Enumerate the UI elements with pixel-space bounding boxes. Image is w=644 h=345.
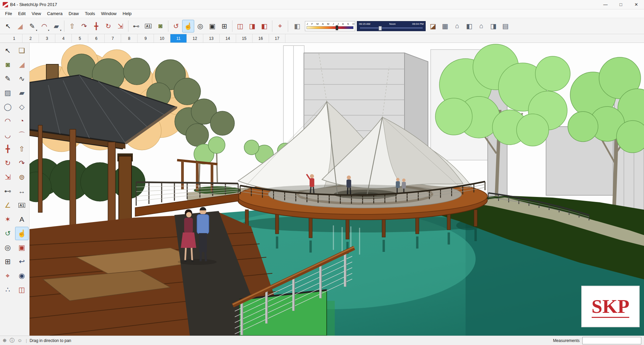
tape-measure-tool-button[interactable]: ⊷ xyxy=(1,185,14,198)
scene-tab-16[interactable]: 16 xyxy=(253,34,269,43)
pan-tool-button[interactable]: ☝ xyxy=(15,227,29,240)
scene-tab-4[interactable]: 4 xyxy=(55,34,72,43)
shadow-toggle-button[interactable]: ◧ xyxy=(291,20,303,32)
eraser-tool-button[interactable]: ◢ xyxy=(15,58,29,71)
move-tool-button[interactable]: ╋ xyxy=(90,20,102,32)
line-tool-button[interactable]: ✎▾ xyxy=(26,20,38,32)
scene-tab-3[interactable]: 3 xyxy=(39,34,55,43)
pan-tool-button[interactable]: ☝ xyxy=(182,20,194,32)
menu-camera[interactable]: Camera xyxy=(44,10,65,17)
close-button[interactable]: ✕ xyxy=(629,0,644,9)
scene-tab-15[interactable]: 15 xyxy=(236,34,253,43)
zoom-tool-button[interactable]: ◎ xyxy=(194,20,206,32)
text-tool-button[interactable]: A1 xyxy=(142,20,154,32)
look-around-tool-button[interactable]: ◉ xyxy=(15,269,29,282)
shadow-date-slider[interactable]: J F M A M J J A S O N D xyxy=(305,21,355,31)
follow-me-tool-button[interactable]: ↷ xyxy=(78,20,90,32)
rectangle-tool-button[interactable]: ▨ xyxy=(1,86,14,99)
scene-tab-6[interactable]: 6 xyxy=(88,34,105,43)
rotate-tool-button[interactable]: ↻ xyxy=(102,20,114,32)
top-view-button-button[interactable]: ▦ xyxy=(439,20,451,32)
offset-tool-button[interactable]: ⊚ xyxy=(15,170,29,184)
scene-tab-13[interactable]: 13 xyxy=(203,34,220,43)
scene-tab-14[interactable]: 14 xyxy=(220,34,236,43)
scale-tool-button[interactable]: ⇲ xyxy=(1,170,14,184)
arc-tool-button[interactable]: ◠▾ xyxy=(38,20,50,32)
front-view-button-button[interactable]: ⌂ xyxy=(451,20,463,32)
geolocation-icon[interactable]: ⊕ xyxy=(3,338,7,343)
measurements-input[interactable] xyxy=(582,337,641,344)
minimize-button[interactable]: — xyxy=(598,0,613,9)
select-tool-button[interactable]: ↖ xyxy=(1,44,14,57)
zoom-previous-tool-button[interactable]: ↩ xyxy=(15,255,29,268)
scene-tab-8[interactable]: 8 xyxy=(121,34,138,43)
eraser-tool-button[interactable]: ◢ xyxy=(14,20,26,32)
scene-tab-9[interactable]: 9 xyxy=(138,34,154,43)
orbit-tool-button[interactable]: ↺ xyxy=(1,227,14,240)
three-point-arc-tool-button[interactable]: ⌒ xyxy=(15,128,29,142)
protractor-tool-button[interactable]: ∠ xyxy=(1,199,14,212)
scene-tab-17[interactable]: 17 xyxy=(269,34,285,43)
scene-tab-10[interactable]: 10 xyxy=(154,34,170,43)
polygon-tool-button[interactable]: ◇ xyxy=(15,100,29,114)
scene-tab-1[interactable]: 1 xyxy=(6,34,22,43)
model-canvas[interactable]: SKP xyxy=(30,43,644,336)
walk-tool-button[interactable]: ∴ xyxy=(1,283,14,296)
bottom-view-button-button[interactable]: ▤ xyxy=(499,20,512,32)
left-view-button-button[interactable]: ◨ xyxy=(487,20,499,32)
scale-tool-button[interactable]: ⇲ xyxy=(114,20,126,32)
two-point-arc-tool-button[interactable]: ◡ xyxy=(1,128,14,142)
tape-measure-tool-button[interactable]: ⊷ xyxy=(130,20,142,32)
right-view-button-button[interactable]: ◧ xyxy=(463,20,475,32)
freehand-tool-button[interactable]: ∿ xyxy=(15,72,29,85)
zoom-window-tool-button[interactable]: ▣ xyxy=(15,241,29,254)
line-tool-button[interactable]: ✎ xyxy=(1,72,14,85)
rotate-tool-button[interactable]: ↻ xyxy=(1,156,14,170)
section-plane-tool-button[interactable]: ◫ xyxy=(15,283,29,296)
axes-tool-button[interactable]: ✶ xyxy=(1,213,14,226)
pie-tool-button[interactable]: ◔ xyxy=(15,114,29,128)
dimensions-tool-button[interactable]: ↔ xyxy=(15,185,29,198)
dropdown-caret-icon[interactable]: ▾ xyxy=(60,29,61,32)
position-camera-tool-button[interactable]: ⌖ xyxy=(1,269,14,282)
circle-tool-button[interactable]: ◯ xyxy=(1,100,14,114)
menu-edit[interactable]: Edit xyxy=(15,10,29,17)
menu-window[interactable]: Window xyxy=(98,10,119,17)
text-tool-button[interactable]: A1 xyxy=(15,199,29,212)
zoom-window-tool-button[interactable]: ▣ xyxy=(206,20,218,32)
zoom-tool-button[interactable]: ◎ xyxy=(1,241,14,254)
paint-bucket-tool-button[interactable]: ◙ xyxy=(1,58,14,71)
maximize-button[interactable]: □ xyxy=(613,0,629,9)
make-component-tool-button[interactable]: ❏ xyxy=(15,44,29,57)
scene-tab-2[interactable]: 2 xyxy=(22,34,39,43)
sign-in-icon[interactable]: ☺ xyxy=(17,338,22,343)
select-tool-button[interactable]: ↖ xyxy=(2,20,14,32)
zoom-extents-tool-button[interactable]: ⊞ xyxy=(1,255,14,268)
push-pull-tool-button[interactable]: ⇧ xyxy=(15,142,29,156)
credits-icon[interactable]: ⓘ xyxy=(10,338,14,343)
iso-view-button-button[interactable]: ◪ xyxy=(427,20,439,32)
scene-tab-11[interactable]: 11 xyxy=(170,34,187,43)
menu-file[interactable]: File xyxy=(2,10,15,17)
dropdown-caret-icon[interactable]: ▾ xyxy=(36,29,37,32)
section-plane-tool-button[interactable]: ◫ xyxy=(234,20,246,32)
threed-text-tool-button[interactable]: A xyxy=(15,213,29,226)
arc-tool-button[interactable]: ◠ xyxy=(1,114,14,128)
scene-tab-12[interactable]: 12 xyxy=(187,34,203,43)
display-section-planes-button-button[interactable]: ◨ xyxy=(246,20,258,32)
display-section-cuts-button-button[interactable]: ◧ xyxy=(258,20,270,32)
push-pull-tool-button[interactable]: ⇧ xyxy=(66,20,78,32)
scene-tab-7[interactable]: 7 xyxy=(105,34,121,43)
menu-help[interactable]: Help xyxy=(120,10,135,17)
paint-bucket-tool-button[interactable]: ◙ xyxy=(154,20,166,32)
back-view-button-button[interactable]: ⌂ xyxy=(475,20,487,32)
date-slider-handle[interactable] xyxy=(336,25,338,30)
menu-view[interactable]: View xyxy=(29,10,44,17)
time-slider-handle[interactable] xyxy=(379,26,382,30)
position-camera-tool-button[interactable]: ⌖ xyxy=(274,20,286,32)
dropdown-caret-icon[interactable]: ▾ xyxy=(48,29,49,32)
orbit-tool-button[interactable]: ↺ xyxy=(170,20,182,32)
move-tool-button[interactable]: ╋ xyxy=(1,142,14,156)
menu-draw[interactable]: Draw xyxy=(66,10,82,17)
scene-tab-5[interactable]: 5 xyxy=(72,34,88,43)
